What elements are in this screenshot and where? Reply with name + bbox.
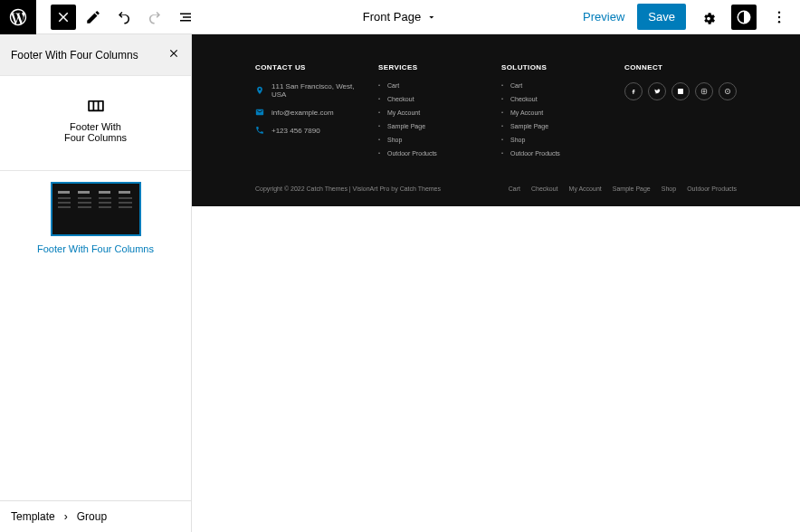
footer-col-solutions: SOLUTIONS CartCheckoutMy AccountSample P… [501, 63, 610, 164]
instagram-icon[interactable] [695, 82, 713, 100]
footer-link[interactable]: Checkout [501, 96, 610, 102]
email-text: info@example.com [271, 109, 334, 117]
redo-icon [141, 4, 168, 31]
close-sidebar-toggle[interactable] [51, 5, 76, 30]
svg-rect-8 [701, 89, 706, 93]
pin-icon [255, 86, 264, 95]
footer-link[interactable]: My Account [501, 109, 610, 116]
settings-icon[interactable] [695, 4, 722, 31]
list-view-icon[interactable] [172, 4, 199, 31]
footer-bottom-link[interactable]: Checkout [531, 185, 558, 192]
svg-point-2 [778, 21, 780, 23]
close-icon[interactable] [167, 47, 180, 62]
footer-bottom-link[interactable]: Sample Page [613, 185, 651, 192]
options-icon[interactable] [766, 4, 793, 31]
footer-link[interactable]: Shop [501, 137, 610, 143]
footer-col-connect: CONNECT [624, 63, 737, 164]
phone-icon [255, 126, 264, 135]
pattern-thumbnail-label: Footer With Four Columns [7, 243, 184, 254]
footer-bottom-link[interactable]: Cart [509, 185, 520, 192]
breadcrumb-separator: › [64, 510, 68, 523]
facebook-icon[interactable] [624, 82, 643, 100]
template-label: Front Page [363, 10, 421, 24]
breadcrumb-root[interactable]: Template [11, 510, 55, 523]
twitter-icon[interactable] [648, 82, 666, 100]
footer-bottom-link[interactable]: Outdoor Products [687, 185, 737, 192]
styles-icon[interactable] [731, 5, 757, 30]
footer-bottom-link[interactable]: My Account [569, 185, 602, 192]
footer-col-contact: CONTACT US 111 San Francisco, West, USA … [255, 63, 364, 164]
svg-rect-7 [678, 89, 683, 94]
wordpress-logo[interactable] [0, 0, 36, 34]
footer-link[interactable]: My Account [378, 109, 487, 116]
svg-point-11 [727, 90, 728, 91]
pattern-block-preview[interactable]: Footer With Four Columns [55, 90, 137, 152]
footer-bottom-link[interactable]: Shop [662, 185, 676, 192]
copyright-text: Copyright © 2022 Catch Themes | VisionAr… [255, 185, 441, 192]
footer-link[interactable]: Sample Page [378, 123, 487, 129]
sidebar-title: Footer With Four Columns [11, 49, 138, 62]
svg-point-9 [703, 90, 705, 92]
footer-col-services: SERVICES CartCheckoutMy AccountSample Pa… [378, 63, 487, 164]
footer-head-services: SERVICES [378, 63, 487, 71]
template-selector[interactable]: Front Page [363, 10, 437, 24]
pattern-block-name-l2: Four Columns [64, 132, 127, 143]
footer-head-connect: CONNECT [624, 63, 737, 71]
footer-link[interactable]: Outdoor Products [378, 150, 487, 157]
svg-rect-6 [99, 102, 102, 110]
svg-point-0 [778, 11, 780, 13]
svg-rect-4 [90, 102, 93, 110]
email-icon [255, 108, 264, 117]
footer-link[interactable]: Sample Page [501, 123, 610, 129]
address-text: 111 San Francisco, West, USA [271, 82, 364, 99]
footer-head-solutions: SOLUTIONS [501, 63, 610, 71]
linkedin-icon[interactable] [671, 82, 690, 100]
pattern-thumbnail[interactable] [51, 182, 141, 236]
svg-point-1 [778, 15, 780, 17]
footer-link[interactable]: Outdoor Products [501, 150, 610, 157]
phone-text: +123 456 7890 [271, 127, 320, 135]
footer-link[interactable]: Cart [378, 82, 487, 89]
columns-icon [86, 100, 106, 112]
pinterest-icon[interactable] [719, 82, 737, 100]
save-button[interactable]: Save [637, 4, 686, 30]
footer-link[interactable]: Cart [501, 82, 610, 89]
footer-link[interactable]: Checkout [378, 96, 487, 102]
footer-block[interactable]: CONTACT US 111 San Francisco, West, USA … [192, 34, 800, 206]
pattern-block-name-l1: Footer With [70, 121, 121, 132]
breadcrumb-leaf[interactable]: Group [77, 510, 107, 523]
edit-tool-icon[interactable] [80, 4, 107, 31]
svg-rect-5 [94, 102, 98, 110]
chevron-down-icon [426, 12, 437, 23]
preview-button[interactable]: Preview [576, 5, 632, 29]
footer-head-contact: CONTACT US [255, 63, 364, 71]
footer-link[interactable]: Shop [378, 137, 487, 143]
undo-icon[interactable] [110, 4, 138, 31]
